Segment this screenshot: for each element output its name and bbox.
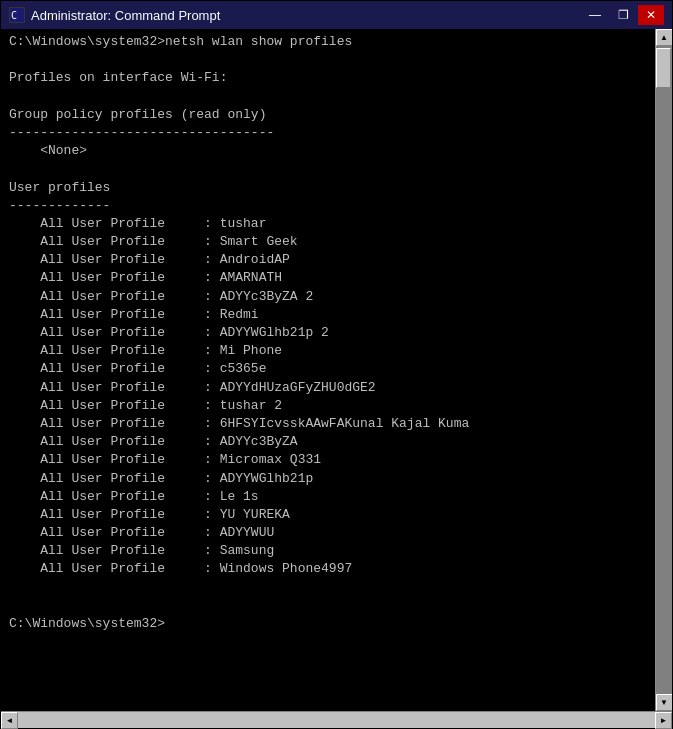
cmd-window: C Administrator: Command Prompt — ❐ ✕ C:… <box>0 0 673 729</box>
cmd-icon: C <box>9 7 25 23</box>
scroll-right-button[interactable]: ► <box>655 712 672 729</box>
scroll-up-arrow: ▲ <box>660 33 668 42</box>
scroll-left-button[interactable]: ◄ <box>1 712 18 729</box>
scroll-track[interactable] <box>656 46 672 694</box>
close-button[interactable]: ✕ <box>638 5 664 25</box>
maximize-button[interactable]: ❐ <box>610 5 636 25</box>
title-bar: C Administrator: Command Prompt — ❐ ✕ <box>1 1 672 29</box>
title-bar-left: C Administrator: Command Prompt <box>9 7 220 23</box>
scroll-right-arrow: ► <box>660 716 668 725</box>
scroll-up-button[interactable]: ▲ <box>656 29 673 46</box>
scroll-down-button[interactable]: ▼ <box>656 694 673 711</box>
scroll-left-arrow: ◄ <box>6 716 14 725</box>
scroll-thumb[interactable] <box>656 48 671 88</box>
horizontal-scrollbar[interactable]: ◄ ► <box>1 711 672 728</box>
title-bar-controls: — ❐ ✕ <box>582 5 664 25</box>
content-area: C:\Windows\system32>netsh wlan show prof… <box>1 29 672 711</box>
svg-text:C: C <box>11 10 17 21</box>
window-title: Administrator: Command Prompt <box>31 8 220 23</box>
terminal-output[interactable]: C:\Windows\system32>netsh wlan show prof… <box>1 29 655 711</box>
minimize-button[interactable]: — <box>582 5 608 25</box>
scroll-down-arrow: ▼ <box>660 698 668 707</box>
vertical-scrollbar[interactable]: ▲ ▼ <box>655 29 672 711</box>
h-scroll-track[interactable] <box>18 712 655 728</box>
